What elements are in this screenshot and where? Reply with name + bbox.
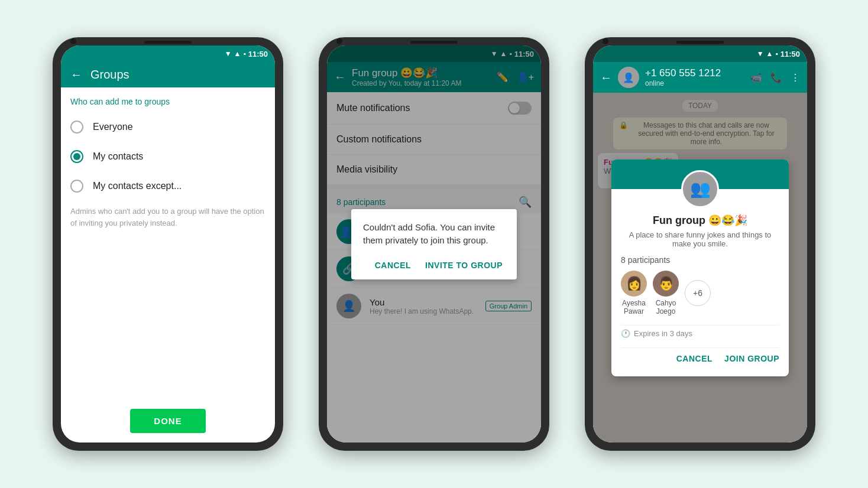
done-button[interactable]: DONE	[130, 409, 205, 433]
invite-card: 👥 Fun group 😀😂🎉 A place to share funny j…	[611, 160, 789, 376]
contact-phone: +1 650 555 1212	[645, 67, 744, 79]
part-avatar-2: 👨	[653, 271, 679, 297]
phone-call-icon[interactable]: 📞	[770, 72, 782, 83]
radio-label-mycontacts: My contacts	[93, 151, 143, 162]
radio-mycontactsexcept[interactable]: My contacts except...	[61, 171, 275, 201]
dialog-overlay: Couldn't add Sofia. You can invite them …	[327, 45, 541, 443]
part-name-2: CahyoJoego	[656, 299, 676, 315]
radio-circle-everyone	[70, 121, 83, 134]
invite-divider-2	[621, 347, 779, 348]
phone-1: ▼ ▲ ▪ 11:50 ← Groups Who can add me to g…	[53, 37, 283, 451]
dialog-invite-button[interactable]: INVITE TO GROUP	[423, 257, 505, 274]
radio-label-mycontactsexcept: My contacts except...	[93, 181, 182, 191]
invite-card-avatar: 👥	[681, 170, 719, 208]
contact-status: online	[645, 79, 744, 87]
groups-header: ← Groups	[61, 62, 275, 87]
invite-cancel-button[interactable]: CANCEL	[676, 354, 712, 363]
speaker-3	[676, 41, 724, 44]
phone-2: ▼ ▲ ▪ 11:50 ← Fun group 😀😂🎉 Created by Y…	[319, 37, 549, 451]
signal-cell-3: ▲	[766, 50, 773, 58]
dialog-text: Couldn't add Sofia. You can invite them …	[363, 221, 505, 248]
radio-label-everyone: Everyone	[93, 122, 133, 132]
participant-col-1: 👩 AyeshaPawar	[621, 271, 647, 315]
invite-card-title: Fun group 😀😂🎉	[653, 214, 747, 227]
signal-cell: ▲	[234, 50, 241, 58]
chat-screen: TODAY 🔒 Messages to this chat and calls …	[593, 93, 807, 443]
part-avatar-1: 👩	[621, 271, 647, 297]
dialog-cancel-button[interactable]: CANCEL	[373, 257, 413, 274]
participant-col-2: 👨 CahyoJoego	[653, 271, 679, 315]
camera-3	[603, 38, 608, 44]
radio-circle-mycontacts	[70, 150, 83, 163]
expires-row: 🕐 Expires in 3 days	[621, 329, 692, 338]
invite-actions: CANCEL JOIN GROUP	[621, 352, 779, 366]
more-options-icon[interactable]: ⋮	[791, 72, 800, 83]
part-plus: +6	[685, 280, 711, 306]
chat-header-icons-3: 📹 📞 ⋮	[750, 72, 800, 83]
camera	[70, 38, 76, 44]
speaker-2	[410, 41, 458, 44]
radio-everyone[interactable]: Everyone	[61, 112, 275, 142]
status-bar-3: ▼ ▲ ▪ 11:50	[593, 45, 807, 62]
clock-icon: 🕐	[621, 329, 630, 338]
invite-divider	[621, 325, 779, 326]
back-arrow-3[interactable]: ←	[600, 71, 612, 84]
invite-card-participants: 👩 AyeshaPawar 👨 CahyoJoego +6	[621, 271, 711, 315]
camera-2	[336, 38, 342, 44]
speaker	[144, 41, 192, 44]
part-name-1: AyeshaPawar	[622, 299, 646, 315]
invite-card-overlay: 👥 Fun group 😀😂🎉 A place to share funny j…	[593, 93, 807, 443]
back-arrow[interactable]: ←	[70, 68, 82, 82]
time-1: 11:50	[248, 50, 268, 58]
radio-mycontacts[interactable]: My contacts	[61, 142, 275, 171]
done-btn-container: DONE	[61, 399, 275, 443]
status-bar-1: ▼ ▲ ▪ 11:50	[61, 45, 275, 62]
chat-header-info-3: +1 650 555 1212 online	[645, 67, 744, 87]
section-label: Who can add me to groups	[61, 87, 275, 112]
invite-card-body: Fun group 😀😂🎉 A place to share funny jok…	[611, 214, 789, 370]
join-group-button[interactable]: JOIN GROUP	[724, 354, 779, 363]
time-3: 11:50	[780, 50, 800, 58]
invite-card-desc: A place to share funny jokes and things …	[621, 230, 779, 248]
groups-screen-content: Who can add me to groups Everyone My con…	[61, 87, 275, 399]
phone-3: ▼ ▲ ▪ 11:50 ← 👤 +1 650 555 1212 online 📹…	[585, 37, 815, 451]
battery-3: ▪	[775, 50, 778, 58]
page-title: Groups	[90, 68, 265, 82]
contact-avatar: 👤	[618, 67, 639, 88]
invite-card-count: 8 participants	[621, 255, 670, 265]
radio-circle-mycontactsexcept	[70, 180, 83, 193]
signal-wifi-3: ▼	[757, 50, 764, 58]
participant-col-plus: +6	[685, 280, 711, 306]
dialog-actions: CANCEL INVITE TO GROUP	[363, 257, 505, 274]
helper-text: Admins who can't add you to a group will…	[61, 201, 275, 238]
signal-wifi: ▼	[225, 50, 232, 58]
battery: ▪	[243, 50, 245, 58]
chat-header-3: ← 👤 +1 650 555 1212 online 📹 📞 ⋮	[593, 62, 807, 93]
invite-dialog: Couldn't add Sofia. You can invite them …	[351, 209, 517, 279]
expires-text: Expires in 3 days	[634, 329, 692, 338]
video-call-icon[interactable]: 📹	[750, 72, 762, 83]
